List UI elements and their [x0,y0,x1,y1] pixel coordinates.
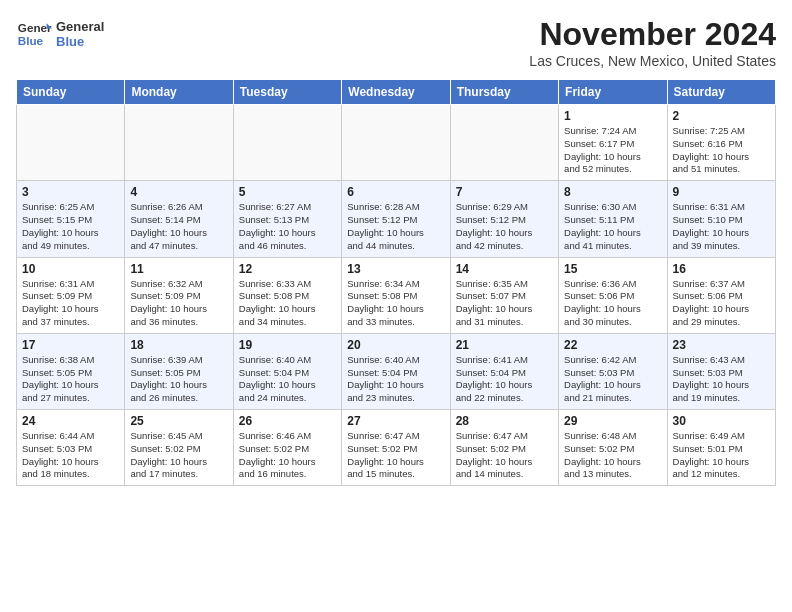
calendar-cell: 27Sunrise: 6:47 AM Sunset: 5:02 PM Dayli… [342,410,450,486]
calendar-cell: 3Sunrise: 6:25 AM Sunset: 5:15 PM Daylig… [17,181,125,257]
day-info: Sunrise: 6:32 AM Sunset: 5:09 PM Dayligh… [130,278,227,329]
day-number: 11 [130,262,227,276]
day-number: 9 [673,185,770,199]
calendar-cell: 5Sunrise: 6:27 AM Sunset: 5:13 PM Daylig… [233,181,341,257]
calendar-week-row: 24Sunrise: 6:44 AM Sunset: 5:03 PM Dayli… [17,410,776,486]
calendar-cell: 6Sunrise: 6:28 AM Sunset: 5:12 PM Daylig… [342,181,450,257]
day-info: Sunrise: 6:45 AM Sunset: 5:02 PM Dayligh… [130,430,227,481]
calendar-cell: 21Sunrise: 6:41 AM Sunset: 5:04 PM Dayli… [450,333,558,409]
calendar-week-row: 1Sunrise: 7:24 AM Sunset: 6:17 PM Daylig… [17,105,776,181]
day-number: 30 [673,414,770,428]
day-info: Sunrise: 6:42 AM Sunset: 5:03 PM Dayligh… [564,354,661,405]
day-info: Sunrise: 6:44 AM Sunset: 5:03 PM Dayligh… [22,430,119,481]
day-info: Sunrise: 7:24 AM Sunset: 6:17 PM Dayligh… [564,125,661,176]
svg-text:Blue: Blue [18,34,44,47]
day-number: 3 [22,185,119,199]
day-number: 19 [239,338,336,352]
day-number: 24 [22,414,119,428]
calendar-cell: 4Sunrise: 6:26 AM Sunset: 5:14 PM Daylig… [125,181,233,257]
calendar-cell: 18Sunrise: 6:39 AM Sunset: 5:05 PM Dayli… [125,333,233,409]
calendar-cell: 28Sunrise: 6:47 AM Sunset: 5:02 PM Dayli… [450,410,558,486]
day-info: Sunrise: 6:49 AM Sunset: 5:01 PM Dayligh… [673,430,770,481]
logo-icon: General Blue [16,16,52,52]
day-number: 4 [130,185,227,199]
day-number: 5 [239,185,336,199]
day-info: Sunrise: 6:48 AM Sunset: 5:02 PM Dayligh… [564,430,661,481]
day-number: 8 [564,185,661,199]
calendar-cell: 23Sunrise: 6:43 AM Sunset: 5:03 PM Dayli… [667,333,775,409]
day-info: Sunrise: 6:40 AM Sunset: 5:04 PM Dayligh… [239,354,336,405]
day-info: Sunrise: 6:31 AM Sunset: 5:09 PM Dayligh… [22,278,119,329]
day-info: Sunrise: 6:29 AM Sunset: 5:12 PM Dayligh… [456,201,553,252]
day-info: Sunrise: 6:38 AM Sunset: 5:05 PM Dayligh… [22,354,119,405]
day-info: Sunrise: 6:40 AM Sunset: 5:04 PM Dayligh… [347,354,444,405]
day-info: Sunrise: 6:27 AM Sunset: 5:13 PM Dayligh… [239,201,336,252]
calendar-cell: 14Sunrise: 6:35 AM Sunset: 5:07 PM Dayli… [450,257,558,333]
column-header-tuesday: Tuesday [233,80,341,105]
calendar-cell: 2Sunrise: 7:25 AM Sunset: 6:16 PM Daylig… [667,105,775,181]
calendar-cell: 1Sunrise: 7:24 AM Sunset: 6:17 PM Daylig… [559,105,667,181]
column-header-monday: Monday [125,80,233,105]
location-subtitle: Las Cruces, New Mexico, United States [529,53,776,69]
day-number: 23 [673,338,770,352]
day-info: Sunrise: 6:47 AM Sunset: 5:02 PM Dayligh… [456,430,553,481]
day-number: 27 [347,414,444,428]
calendar-cell: 29Sunrise: 6:48 AM Sunset: 5:02 PM Dayli… [559,410,667,486]
calendar-cell: 13Sunrise: 6:34 AM Sunset: 5:08 PM Dayli… [342,257,450,333]
calendar-cell: 20Sunrise: 6:40 AM Sunset: 5:04 PM Dayli… [342,333,450,409]
day-info: Sunrise: 6:41 AM Sunset: 5:04 PM Dayligh… [456,354,553,405]
logo: General Blue General Blue [16,16,104,52]
day-info: Sunrise: 6:35 AM Sunset: 5:07 PM Dayligh… [456,278,553,329]
day-number: 29 [564,414,661,428]
day-info: Sunrise: 7:25 AM Sunset: 6:16 PM Dayligh… [673,125,770,176]
day-number: 14 [456,262,553,276]
calendar-cell: 15Sunrise: 6:36 AM Sunset: 5:06 PM Dayli… [559,257,667,333]
calendar-table: SundayMondayTuesdayWednesdayThursdayFrid… [16,79,776,486]
calendar-cell: 7Sunrise: 6:29 AM Sunset: 5:12 PM Daylig… [450,181,558,257]
day-number: 12 [239,262,336,276]
day-info: Sunrise: 6:30 AM Sunset: 5:11 PM Dayligh… [564,201,661,252]
calendar-cell: 16Sunrise: 6:37 AM Sunset: 5:06 PM Dayli… [667,257,775,333]
column-header-thursday: Thursday [450,80,558,105]
calendar-cell: 25Sunrise: 6:45 AM Sunset: 5:02 PM Dayli… [125,410,233,486]
day-number: 1 [564,109,661,123]
day-number: 6 [347,185,444,199]
calendar-cell [125,105,233,181]
logo-text-general: General [56,19,104,34]
calendar-cell: 10Sunrise: 6:31 AM Sunset: 5:09 PM Dayli… [17,257,125,333]
day-info: Sunrise: 6:25 AM Sunset: 5:15 PM Dayligh… [22,201,119,252]
calendar-cell: 19Sunrise: 6:40 AM Sunset: 5:04 PM Dayli… [233,333,341,409]
day-number: 26 [239,414,336,428]
column-header-wednesday: Wednesday [342,80,450,105]
day-number: 18 [130,338,227,352]
day-number: 7 [456,185,553,199]
day-number: 16 [673,262,770,276]
day-number: 17 [22,338,119,352]
calendar-cell [450,105,558,181]
calendar-header-row: SundayMondayTuesdayWednesdayThursdayFrid… [17,80,776,105]
day-info: Sunrise: 6:28 AM Sunset: 5:12 PM Dayligh… [347,201,444,252]
day-number: 28 [456,414,553,428]
day-number: 10 [22,262,119,276]
calendar-cell: 26Sunrise: 6:46 AM Sunset: 5:02 PM Dayli… [233,410,341,486]
calendar-cell [17,105,125,181]
calendar-cell: 22Sunrise: 6:42 AM Sunset: 5:03 PM Dayli… [559,333,667,409]
day-number: 20 [347,338,444,352]
day-info: Sunrise: 6:47 AM Sunset: 5:02 PM Dayligh… [347,430,444,481]
day-info: Sunrise: 6:31 AM Sunset: 5:10 PM Dayligh… [673,201,770,252]
day-info: Sunrise: 6:34 AM Sunset: 5:08 PM Dayligh… [347,278,444,329]
day-info: Sunrise: 6:39 AM Sunset: 5:05 PM Dayligh… [130,354,227,405]
calendar-cell: 12Sunrise: 6:33 AM Sunset: 5:08 PM Dayli… [233,257,341,333]
day-info: Sunrise: 6:33 AM Sunset: 5:08 PM Dayligh… [239,278,336,329]
day-info: Sunrise: 6:46 AM Sunset: 5:02 PM Dayligh… [239,430,336,481]
calendar-week-row: 3Sunrise: 6:25 AM Sunset: 5:15 PM Daylig… [17,181,776,257]
column-header-sunday: Sunday [17,80,125,105]
day-info: Sunrise: 6:37 AM Sunset: 5:06 PM Dayligh… [673,278,770,329]
day-info: Sunrise: 6:43 AM Sunset: 5:03 PM Dayligh… [673,354,770,405]
calendar-cell: 24Sunrise: 6:44 AM Sunset: 5:03 PM Dayli… [17,410,125,486]
calendar-cell: 8Sunrise: 6:30 AM Sunset: 5:11 PM Daylig… [559,181,667,257]
calendar-cell: 11Sunrise: 6:32 AM Sunset: 5:09 PM Dayli… [125,257,233,333]
header: General Blue General Blue November 2024 … [16,16,776,69]
calendar-week-row: 10Sunrise: 6:31 AM Sunset: 5:09 PM Dayli… [17,257,776,333]
column-header-friday: Friday [559,80,667,105]
